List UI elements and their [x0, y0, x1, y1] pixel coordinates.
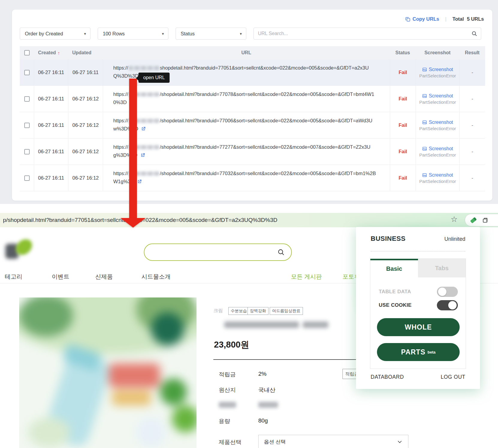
table-row: 06-27 16:11 06-27 16:12 https:///shopdet… — [20, 165, 485, 191]
row-url[interactable]: https:///shopdetail.html?branduid=77006&… — [103, 112, 383, 134]
product-tag: 수분보습 — [228, 307, 249, 315]
screenshot-error: PartSelectionError — [419, 126, 456, 131]
nav-item-boards[interactable]: 모든 게시판 — [291, 272, 322, 281]
nav-item-about[interactable]: 시드물소개 — [141, 272, 171, 281]
volume-value: 80g — [258, 417, 268, 424]
row-result: - — [472, 70, 473, 75]
tab-basic[interactable]: Basic — [370, 259, 418, 277]
nav-item-event[interactable]: 이벤트 — [52, 272, 70, 281]
search-icon[interactable] — [277, 249, 285, 256]
shop-search-bar[interactable] — [144, 243, 292, 261]
url-table: Created ↑ Updated URL Status Screenshot … — [20, 46, 485, 191]
url-search-input[interactable] — [257, 31, 471, 37]
row-updated: 06-27 16:12 — [68, 165, 103, 191]
row-created: 06-27 16:11 — [34, 139, 68, 165]
url-monitor-panel: Copy URLs | Total5 URLs Order by Created… — [12, 10, 492, 201]
row-checkbox[interactable] — [24, 175, 30, 181]
tooltip-pointer-icon — [136, 76, 138, 81]
bookmark-star-icon[interactable]: ☆ — [451, 215, 458, 224]
panel-top-bar: Copy URLs | Total5 URLs — [405, 16, 484, 22]
header-screenshot: Screenshot — [416, 50, 459, 55]
browser-url-bar: p/shopdetail.html?branduid=77051&sort=se… — [0, 213, 498, 227]
order-by-select[interactable]: Order by Created ▾ — [20, 28, 90, 40]
copy-urls-button[interactable]: Copy URLs — [405, 16, 439, 22]
tab-tabs[interactable]: Tabs — [418, 259, 466, 277]
blurred-domain — [128, 66, 160, 70]
option-select-value: 옵션 선택 — [264, 438, 286, 445]
sort-ascending-icon: ↑ — [58, 50, 60, 55]
row-checkbox[interactable] — [24, 149, 30, 154]
whole-button[interactable]: WHOLE — [377, 318, 460, 336]
row-created: 06-27 16:11 — [34, 86, 68, 112]
select-all-checkbox[interactable] — [24, 50, 30, 55]
row-updated: 06-27 16:12 — [68, 86, 103, 112]
annotation-arrow-head — [120, 218, 146, 228]
open-url-icon[interactable] — [140, 152, 145, 160]
row-status: Fail — [399, 70, 407, 75]
volume-label: 용량 — [219, 417, 230, 425]
row-url[interactable]: https:///shopdetail.html?branduid=77078&… — [103, 86, 383, 107]
screenshot-link[interactable]: Screenshot — [422, 120, 453, 125]
beta-badge: beta — [428, 350, 436, 354]
toggle-knob — [448, 301, 457, 309]
use-cookie-label: USE COOKIE — [379, 302, 412, 308]
open-url-icon[interactable] — [141, 126, 146, 134]
row-checkbox[interactable] — [24, 123, 30, 128]
copy-urls-label: Copy URLs — [413, 16, 439, 22]
row-status: Fail — [399, 96, 407, 102]
total-value: 5 URLs — [467, 16, 484, 22]
row-url[interactable]: https:///shopdetail.html?branduid=77277&… — [103, 139, 383, 160]
row-status: Fail — [399, 122, 407, 128]
screenshot-link[interactable]: Screenshot — [422, 93, 453, 99]
row-updated: 06-27 16:12 — [68, 139, 103, 165]
status-select[interactable]: Status ▾ — [176, 28, 246, 40]
row-result: - — [472, 122, 473, 128]
row-created: 06-27 16:11 — [34, 112, 68, 138]
blurred-info-value — [258, 402, 278, 408]
extensions-pill — [465, 214, 498, 226]
row-checkbox[interactable] — [24, 70, 30, 75]
chevron-down-icon: ▾ — [162, 31, 164, 36]
header-updated[interactable]: Updated — [68, 50, 103, 55]
shop-logo[interactable] — [5, 238, 34, 263]
nav-item-new[interactable]: 신제품 — [95, 272, 113, 281]
screenshot-link[interactable]: Screenshot — [422, 172, 453, 178]
dotted-divider — [371, 251, 465, 252]
option-select-dropdown[interactable]: 옵션 선택 — [258, 435, 408, 448]
rows-select[interactable]: 100 Rows ▾ — [98, 28, 168, 40]
screenshot-root: Copy URLs | Total5 URLs Order by Created… — [0, 0, 498, 448]
open-url-icon[interactable] — [137, 178, 142, 187]
search-icon[interactable] — [471, 31, 477, 37]
popup-footer: DATABOARD LOG OUT — [371, 374, 465, 380]
browser-action-icon[interactable] — [482, 217, 488, 223]
filter-bar: Order by Created ▾ 100 Rows ▾ Status ▾ — [20, 28, 481, 40]
row-status: Fail — [399, 149, 407, 154]
screenshot-link[interactable]: Screenshot — [422, 67, 453, 72]
row-status: Fail — [399, 175, 407, 181]
table-row: 06-27 16:11 06-27 16:12 https:///shopdet… — [20, 139, 485, 165]
logout-link[interactable]: LOG OUT — [441, 374, 465, 380]
extension-icon[interactable] — [470, 217, 477, 223]
product-price: 23,800원 — [214, 339, 249, 351]
nav-item-category[interactable]: 테고리 — [5, 272, 22, 281]
table-data-label: TABLE DATA — [379, 289, 411, 295]
chevron-down-icon: ▾ — [240, 31, 242, 36]
image-icon — [422, 67, 427, 72]
header-url: URL — [103, 50, 390, 55]
image-icon — [422, 146, 427, 151]
parts-button[interactable]: PARTSbeta — [377, 343, 460, 361]
header-created[interactable]: Created ↑ — [34, 50, 68, 55]
screenshot-link[interactable]: Screenshot — [422, 146, 453, 151]
product-category: 크림 — [213, 308, 223, 314]
row-checkbox[interactable] — [24, 96, 30, 102]
popup-tabs: Basic Tabs — [370, 259, 466, 277]
row-url[interactable]: https:///shopdetail.html?branduid=77032&… — [103, 165, 383, 187]
use-cookie-row: USE COOKIE — [379, 300, 458, 310]
option-select-label: 제품선택 — [219, 438, 242, 446]
origin-label: 원산지 — [219, 386, 236, 394]
databoard-link[interactable]: DATABOARD — [371, 374, 404, 380]
table-data-toggle[interactable] — [437, 287, 458, 297]
use-cookie-toggle[interactable] — [437, 300, 458, 310]
image-icon — [422, 120, 427, 125]
product-tag: 장벽강화 — [248, 307, 268, 315]
